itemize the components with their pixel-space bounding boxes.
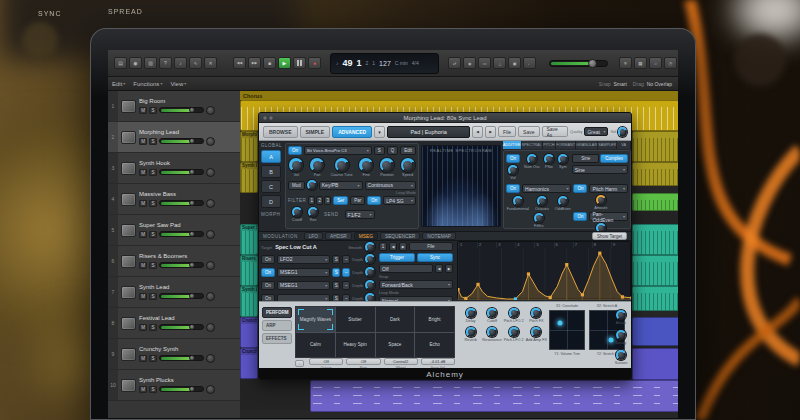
preset-menu-button[interactable]: ▾ [374, 126, 385, 138]
mod-source-select[interactable]: LFO2▾ [277, 255, 330, 264]
filter-slot-button[interactable]: 2 [316, 196, 323, 205]
volume-thumb[interactable] [588, 59, 597, 68]
save-as-button[interactable]: Save As [542, 126, 569, 137]
perform-knob[interactable] [531, 327, 541, 337]
master-volume-knob[interactable] [618, 127, 627, 137]
resonance-knob[interactable] [308, 207, 318, 217]
volume-thumb[interactable] [189, 200, 195, 206]
solo-button[interactable]: S [149, 138, 157, 145]
region[interactable] [632, 286, 678, 311]
element-tab[interactable]: GRANULAR [576, 141, 598, 149]
harmonics-knob[interactable] [537, 196, 547, 206]
track-name[interactable]: Crunchy Synth [139, 346, 237, 352]
region[interactable] [632, 255, 678, 286]
toolbar-icon-button[interactable]: ♪ [174, 57, 187, 69]
source-knob[interactable] [335, 158, 349, 172]
mute-button[interactable]: M [139, 355, 147, 362]
volume-thumb[interactable] [189, 324, 195, 330]
file-button[interactable]: File [498, 126, 516, 137]
pan-knob[interactable] [206, 261, 215, 270]
element-tab[interactable]: VA [617, 141, 631, 149]
toolbar-icon-button[interactable]: ✕ [204, 57, 217, 69]
keypb-select[interactable]: Key/PB▾ [319, 181, 363, 190]
perform-knob[interactable] [466, 327, 476, 337]
xy1-dot[interactable] [558, 321, 563, 326]
wave-toggle-button[interactable]: Complex [600, 154, 628, 163]
track-header[interactable]: 6 Risers & Boomers M S [108, 246, 240, 277]
perform-tab[interactable]: EFFECTS [262, 333, 292, 344]
volume-thumb[interactable] [189, 355, 195, 361]
rate-prev-icon[interactable]: ◀ [435, 264, 443, 273]
mode-icon-button[interactable]: ◉ [463, 57, 476, 69]
track-header[interactable]: 4 Massive Bass M S [108, 184, 240, 215]
mod-solo-button[interactable]: S [332, 268, 340, 277]
element-knob[interactable] [558, 154, 568, 164]
track-name[interactable]: Super Saw Pad [139, 222, 237, 228]
region-midi-synth[interactable] [310, 380, 678, 412]
send-select[interactable]: F1/F2▾ [345, 210, 375, 219]
volume-thumb[interactable] [189, 169, 195, 175]
rate-select[interactable]: Off [379, 264, 433, 273]
cutoff-knob[interactable] [292, 207, 302, 217]
transform-pad-snapshot[interactable]: Stutter [336, 307, 375, 332]
quality-select[interactable]: Great▾ [584, 127, 608, 136]
solo-button[interactable]: S [149, 169, 157, 176]
modulation-tab[interactable]: NOTEMAP [422, 232, 456, 240]
menu-item[interactable]: View▾ [170, 81, 186, 87]
rewind-button[interactable]: ◀◀ [233, 57, 246, 69]
mod-minus-button[interactable]: – [342, 255, 350, 264]
transform-pad-snapshot[interactable]: Dark [376, 307, 415, 332]
stop-button[interactable]: ■ [263, 57, 276, 69]
transform-pad-snapshot[interactable]: Echo [415, 333, 454, 358]
mode-icon-button[interactable]: ▣ [508, 57, 521, 69]
element-on-button[interactable]: On [506, 154, 520, 163]
volume-thumb[interactable] [189, 107, 195, 113]
mute-button[interactable]: M [139, 324, 147, 331]
parallel-button[interactable]: Par [350, 196, 365, 205]
source-select-button[interactable]: D [261, 195, 281, 208]
toolbar-icon-button[interactable]: ? [159, 57, 172, 69]
sync-button[interactable]: Sync [417, 253, 453, 262]
element-tab[interactable]: ADDITIVE [503, 141, 522, 149]
filter-on-button[interactable]: On [367, 196, 381, 205]
filter-slot-button[interactable]: 3 [324, 196, 331, 205]
volume-thumb[interactable] [189, 293, 195, 299]
region[interactable] [632, 224, 678, 255]
pan-knob[interactable] [206, 354, 215, 363]
solo-button[interactable]: S [149, 200, 157, 207]
volume-slider[interactable] [159, 324, 204, 330]
prev-icon[interactable]: ◀ [389, 242, 397, 251]
source-select-button[interactable]: C [261, 180, 281, 193]
depth-knob[interactable] [365, 267, 375, 277]
depth-knob[interactable] [365, 254, 375, 264]
perform-knob[interactable] [509, 308, 519, 318]
pan-oddeven-select[interactable]: Pan-OddEven▾ [589, 212, 628, 221]
view-tab[interactable]: BROWSE [263, 126, 298, 138]
mod-button[interactable]: Mod [288, 181, 305, 190]
harmonics-on-button[interactable]: On [506, 184, 520, 193]
plugin-titlebar[interactable]: Morphing Lead: 80s Sync Lead [259, 113, 631, 123]
source-knob[interactable] [380, 158, 394, 172]
track-name[interactable]: Synth Plucks [139, 377, 237, 383]
pan-knob[interactable] [206, 137, 215, 146]
solo-button[interactable]: S [149, 293, 157, 300]
serial-button[interactable]: Ser [333, 196, 348, 205]
source-select-button[interactable]: A [261, 150, 281, 163]
track-header[interactable]: 5 Super Saw Pad M S [108, 215, 240, 246]
mod-solo-button[interactable]: S [332, 281, 340, 290]
source-knob[interactable] [310, 158, 324, 172]
loop-mode-select[interactable]: Continuous▾ [365, 181, 416, 190]
mod-source-select[interactable]: MSEG1▾ [277, 268, 330, 277]
region[interactable] [632, 348, 678, 380]
element-tab[interactable]: SAMPLER [598, 141, 617, 149]
next-icon[interactable]: ▶ [399, 242, 407, 251]
transform-pad-snapshot[interactable]: Space [376, 333, 415, 358]
mod-on-button[interactable]: On [261, 281, 275, 290]
mute-button[interactable]: M [139, 386, 147, 393]
record-button[interactable]: ● [308, 57, 321, 69]
track-name[interactable]: Synth Hook [139, 160, 237, 166]
filter-type-select[interactable]: LP4 SG▾ [383, 196, 416, 205]
mseg-envelope-curve[interactable] [458, 248, 632, 300]
pad-option-select[interactable]: Off [309, 358, 343, 365]
solo-button[interactable]: S [149, 231, 157, 238]
